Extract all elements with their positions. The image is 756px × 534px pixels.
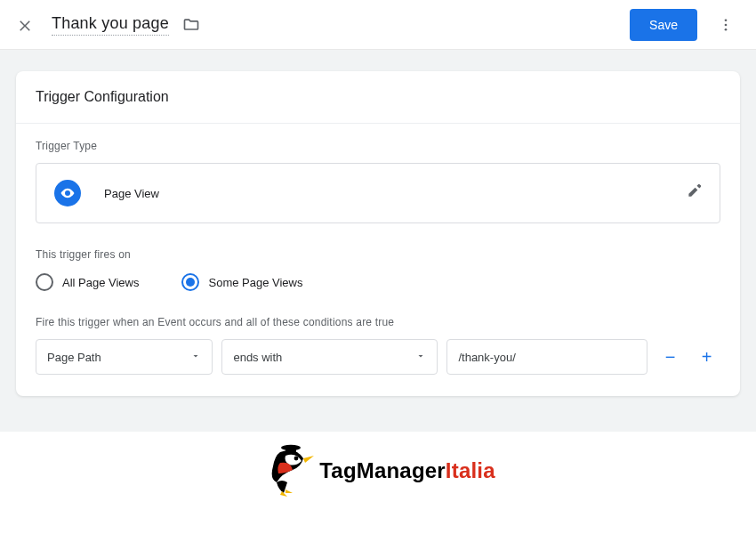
radio-unchecked-icon [36,273,53,291]
woodpecker-icon [261,443,314,498]
trigger-name-wrap: Thank you page [52,14,201,36]
trigger-config-card: Trigger Configuration Trigger Type Page … [16,71,740,396]
brand-suffix: Italia [446,458,495,482]
condition-value-input[interactable] [446,339,647,375]
fires-on-label: This trigger fires on [36,248,720,261]
more-menu-icon[interactable] [710,9,742,41]
svg-point-0 [725,19,728,21]
add-condition-button[interactable]: + [693,343,720,371]
folder-icon[interactable] [181,15,201,35]
editor-canvas: Trigger Configuration Trigger Type Page … [0,50,756,432]
radio-all-page-views[interactable]: All Page Views [36,273,139,291]
remove-condition-button[interactable]: − [656,343,684,371]
brand-name: TagManager [319,458,446,482]
editor-topbar: Thank you page Save [0,0,756,50]
trigger-type-label: Trigger Type [36,140,720,152]
brand-text: TagManagerItalia [319,458,495,483]
brand-logo: TagManagerItalia [0,443,756,498]
svg-point-2 [725,28,728,30]
select-value: ends with [233,351,282,364]
svg-point-3 [67,192,69,195]
radio-label: Some Page Views [208,276,302,289]
chevron-down-icon [406,351,426,364]
chevron-down-icon [181,351,201,364]
select-value: Page Path [47,351,101,364]
save-button[interactable]: Save [630,9,697,41]
svg-point-6 [294,457,299,461]
radio-some-page-views[interactable]: Some Page Views [181,273,302,291]
condition-row: Page Path ends with − + [36,339,720,375]
radio-label: All Page Views [62,276,139,289]
trigger-name-input[interactable]: Thank you page [52,14,169,36]
edit-icon[interactable] [686,183,702,203]
radio-checked-icon [181,273,199,291]
close-icon[interactable] [14,14,36,36]
fires-on-radio-group: All Page Views Some Page Views [36,273,720,291]
trigger-type-value: Page View [104,187,159,200]
condition-hint: Fire this trigger when an Event occurs a… [36,316,720,328]
trigger-type-selector[interactable]: Page View [36,163,720,223]
card-title: Trigger Configuration [16,71,740,124]
svg-point-1 [725,23,728,26]
condition-variable-select[interactable]: Page Path [36,339,213,375]
condition-operator-select[interactable]: ends with [221,339,438,375]
page-view-icon [54,180,81,206]
